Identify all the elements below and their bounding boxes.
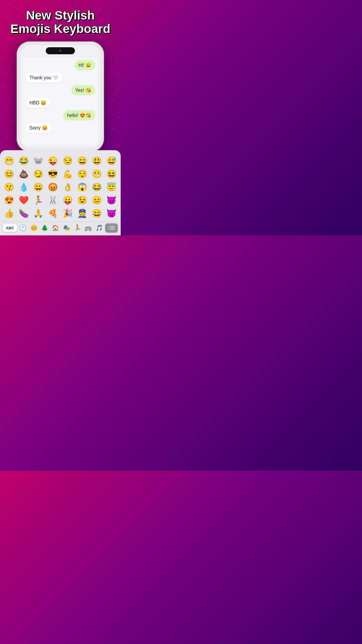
- chat-area: Hi! 😀Thank you 🤍Yes! 😘HBD 😀hello! 😍😘Sorr…: [22, 57, 98, 145]
- emoji-2[interactable]: 🐭: [32, 155, 45, 167]
- emoji-38[interactable]: 😄: [90, 207, 104, 219]
- chat-bubble-msg4: HBD 😀: [25, 98, 50, 108]
- emoji-37[interactable]: 👮: [75, 207, 89, 219]
- abc-button[interactable]: ABC: [3, 224, 17, 232]
- emoji-0[interactable]: 😁: [2, 155, 16, 167]
- emoji-24[interactable]: 😍: [2, 194, 16, 206]
- emoji-15[interactable]: 😆: [105, 168, 118, 180]
- title-line1: New Stylish: [26, 8, 95, 22]
- title-line2: Emojis Keyboard: [10, 22, 110, 36]
- chat-bubble-msg2: Thank you 🤍: [25, 73, 62, 83]
- emoji-7[interactable]: 😅: [105, 155, 118, 167]
- emoji-11[interactable]: 😎: [46, 168, 60, 180]
- clock-icon[interactable]: 🕐: [18, 223, 28, 232]
- emoji-10[interactable]: 😏: [32, 168, 45, 180]
- emoji-35[interactable]: 🍕: [46, 207, 60, 219]
- emoji-34[interactable]: 🙏: [32, 207, 45, 219]
- emoji-grid: 😁😂🐭😜😒😄😃😅😊💩😏😎💪😌😬😆😗💧😀😡👌😱😂😇😍❤️🏃🐰😛😉😐😈👍🍆🙏🍕🎉👮😄…: [2, 155, 118, 219]
- chat-bubble-msg3: Yes! 😘: [71, 85, 95, 95]
- emoji-21[interactable]: 😱: [75, 181, 89, 193]
- emoji-3[interactable]: 😜: [46, 155, 60, 167]
- symbols-icon[interactable]: 🎵: [94, 223, 104, 232]
- camera-dot: [59, 50, 61, 52]
- phone-mockup: Hi! 😀Thank you 🤍Yes! 😘HBD 😀hello! 😍😘Sorr…: [17, 41, 104, 152]
- emoji-33[interactable]: 🍆: [17, 207, 30, 219]
- people-icon[interactable]: 🏃: [73, 223, 82, 232]
- emoji-30[interactable]: 😐: [90, 194, 104, 206]
- emoji-13[interactable]: 😌: [75, 168, 89, 180]
- page-title: New Stylish Emojis Keyboard: [6, 9, 115, 36]
- emoji-14[interactable]: 😬: [90, 168, 104, 180]
- nature-icon[interactable]: 🌲: [40, 223, 50, 232]
- emoji-19[interactable]: 😡: [46, 181, 60, 193]
- emoji-18[interactable]: 😀: [32, 181, 45, 193]
- emoji-16[interactable]: 😗: [2, 181, 16, 193]
- emoji-17[interactable]: 💧: [17, 181, 30, 193]
- emoji-keyboard: 😁😂🐭😜😒😄😃😅😊💩😏😎💪😌😬😆😗💧😀😡👌😱😂😇😍❤️🏃🐰😛😉😐😈👍🍆🙏🍕🎉👮😄…: [0, 150, 121, 235]
- emoji-23[interactable]: 😇: [105, 181, 118, 193]
- emoji-8[interactable]: 😊: [2, 168, 16, 180]
- emoji-12[interactable]: 💪: [61, 168, 74, 180]
- phone-notch: [46, 47, 75, 54]
- travel-icon[interactable]: 🚌: [83, 223, 93, 232]
- chat-bubble-msg5: hello! 😍😘: [63, 110, 95, 120]
- smiley-icon[interactable]: 😊: [29, 223, 39, 232]
- keyboard-bottom-bar: ABC 🕐 😊 🌲 🏠 🎭 🏃 🚌 🎵 ⌫: [2, 222, 118, 233]
- objects-icon[interactable]: 🏠: [51, 223, 60, 232]
- emoji-5[interactable]: 😄: [75, 155, 89, 167]
- activities-icon[interactable]: 🎭: [62, 223, 71, 232]
- emoji-22[interactable]: 😂: [90, 181, 104, 193]
- emoji-32[interactable]: 👍: [2, 207, 16, 219]
- emoji-26[interactable]: 🏃: [32, 194, 45, 206]
- emoji-28[interactable]: 😛: [61, 194, 74, 206]
- emoji-39[interactable]: 👿: [105, 207, 118, 219]
- emoji-20[interactable]: 👌: [61, 181, 74, 193]
- emoji-29[interactable]: 😉: [75, 194, 89, 206]
- emoji-1[interactable]: 😂: [17, 155, 30, 167]
- emoji-36[interactable]: 🎉: [61, 207, 74, 219]
- delete-button[interactable]: ⌫: [105, 223, 118, 232]
- emoji-27[interactable]: 🐰: [46, 194, 60, 206]
- emoji-25[interactable]: ❤️: [17, 194, 30, 206]
- emoji-9[interactable]: 💩: [17, 168, 30, 180]
- chat-bubble-msg6: Sorry 😀: [25, 123, 52, 133]
- emoji-6[interactable]: 😃: [90, 155, 104, 167]
- header-section: New Stylish Emojis Keyboard: [0, 0, 121, 38]
- emoji-4[interactable]: 😒: [61, 155, 74, 167]
- emoji-31[interactable]: 😈: [105, 194, 118, 206]
- chat-bubble-msg1: Hi! 😀: [74, 60, 95, 70]
